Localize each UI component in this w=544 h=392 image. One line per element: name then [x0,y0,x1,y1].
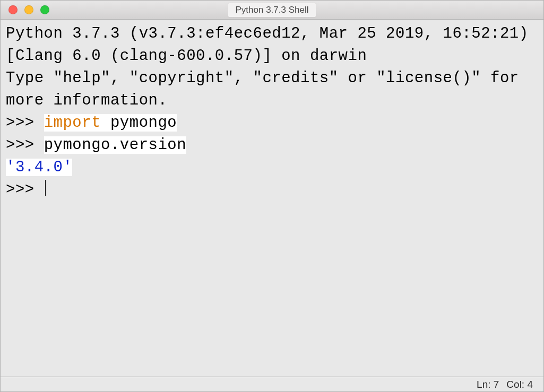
input-code: pymongo.version [44,136,187,154]
prompt: >>> [6,114,44,132]
maximize-icon[interactable] [40,5,49,14]
banner-line-1: Python 3.7.3 (v3.7.3:ef4ec6ed12, Mar 25 … [6,23,538,45]
text-cursor [45,180,46,196]
minimize-icon[interactable] [24,5,33,14]
traffic-lights [8,5,49,14]
close-icon[interactable] [8,5,18,14]
output-string: '3.4.0' [6,159,72,176]
status-col: Col: 4 [506,379,533,390]
shell-line-input-1: >>> import pymongo [6,112,538,134]
window-title: Python 3.7.3 Shell [228,3,316,17]
statusbar: Ln: 7 Col: 4 [1,377,543,391]
banner-line-3: Type "help", "copyright", "credits" or "… [6,67,538,112]
status-line: Ln: 7 [477,379,499,390]
shell-line-output-1: '3.4.0' [6,156,538,179]
shell-line-input-2: >>> pymongo.version [6,134,538,156]
window-titlebar: Python 3.7.3 Shell [1,1,543,20]
input-rest: pymongo [101,114,177,132]
shell-line-current[interactable]: >>> [6,179,538,201]
prompt: >>> [6,136,44,154]
keyword-import: import [44,114,101,132]
banner-line-2: [Clang 6.0 (clang-600.0.57)] on darwin [6,45,538,67]
shell-content[interactable]: Python 3.7.3 (v3.7.3:ef4ec6ed12, Mar 25 … [1,20,543,377]
prompt: >>> [6,181,44,198]
